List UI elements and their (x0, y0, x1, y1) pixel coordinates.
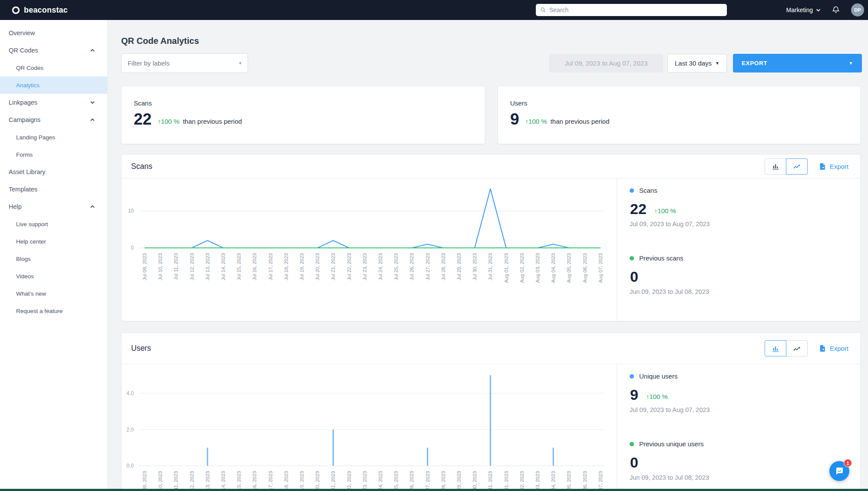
main-content: QR Code Analytics Filter by labels ▾ Jul… (108, 20, 868, 491)
chart-type-toggle-group (765, 340, 808, 356)
sidebar-item-help[interactable]: Help (0, 198, 107, 215)
sidebar-item-campaigns[interactable]: Campaigns (0, 111, 107, 129)
avatar[interactable]: DP (851, 3, 864, 16)
sidebar-item-label: Videos (16, 273, 95, 280)
sidebar-item-forms[interactable]: Forms (0, 146, 107, 163)
y-tick-label: 4.0 (126, 390, 134, 396)
sidebar-item-landing-pages[interactable]: Landing Pages (0, 129, 107, 146)
navbar-right-cluster: Marketing DP (786, 0, 864, 20)
x-tick-label: Jul 24, 2023 (378, 471, 383, 491)
legend-entry: Previous scans 0 Jun 09, 2023 to Jul 08,… (630, 254, 861, 295)
legend-value: 0 (630, 455, 638, 470)
date-preset-dropdown[interactable]: Last 30 days ▼ (667, 54, 727, 72)
series-scans (145, 189, 601, 248)
users-chart-header: Users (122, 333, 860, 364)
chevron-down-icon (816, 9, 821, 12)
sidebar-item-linkpages[interactable]: Linkpages (0, 94, 107, 111)
y-tick-label: 0 (131, 245, 134, 251)
sidebar-item-label: QR Codes (9, 47, 90, 54)
stat-suffix: than previous period (183, 118, 242, 127)
export-button[interactable]: EXPORT ▼ (733, 54, 862, 72)
export-link-label: Export (830, 163, 848, 170)
chevron-up-icon (90, 118, 95, 122)
brand[interactable]: beaconstac (11, 6, 68, 15)
scans-chart-card: Scans (121, 154, 861, 321)
sidebar-item-qr-codes[interactable]: QR Codes (0, 59, 107, 76)
page-title: QR Code Analytics (121, 36, 199, 46)
export-chart-link[interactable]: Export (819, 345, 848, 352)
legend-dot (630, 188, 634, 193)
x-tick-label: Jul 23, 2023 (362, 471, 367, 491)
bar-unique-users (427, 448, 428, 466)
stat-suffix: than previous period (551, 118, 610, 127)
users-chart-body: 0.02.04.0Jul 09, 2023Jul 10, 2023Jul 11,… (122, 364, 860, 491)
export-chart-link[interactable]: Export (819, 163, 848, 170)
chevron-up-icon (90, 205, 95, 208)
sidebar-item-blogs[interactable]: Blogs (0, 250, 107, 267)
filter-by-labels-select[interactable]: Filter by labels ▾ (121, 53, 248, 73)
x-tick-label: Jul 15, 2023 (236, 471, 241, 491)
sidebar-item-label: Help (9, 203, 90, 210)
sidebar-item-what-s-new[interactable]: What's new (0, 285, 107, 302)
sidebar-item-help-center[interactable]: Help center (0, 233, 107, 250)
x-tick-label: Jul 30, 2023 (472, 471, 477, 491)
sidebar-item-label: What's new (16, 290, 95, 297)
legend-name: Unique users (639, 372, 677, 380)
notifications-bell-icon[interactable] (832, 6, 840, 14)
x-tick-label: Jul 18, 2023 (284, 471, 289, 491)
sidebar-item-asset-library[interactable]: Asset Library (0, 163, 107, 181)
search-input[interactable] (549, 7, 723, 13)
bar-unique-users (553, 448, 554, 466)
legend-delta: ↑100 % (646, 393, 668, 402)
sidebar-item-templates[interactable]: Templates (0, 181, 107, 198)
chat-launcher[interactable]: 1 (829, 461, 849, 481)
x-tick-label: Jul 27, 2023 (425, 253, 430, 280)
x-tick-label: Jul 16, 2023 (252, 471, 257, 491)
sidebar-item-label: QR Codes (16, 65, 95, 71)
filter-placeholder: Filter by labels (128, 59, 239, 67)
sidebar-item-label: Overview (9, 30, 95, 36)
legend-period: Jul 09, 2023 to Aug 07, 2023 (630, 221, 861, 227)
line-chart-toggle[interactable] (786, 158, 808, 175)
bar-unique-users (490, 375, 491, 466)
sidebar-item-request-a-feature[interactable]: Request a feature (0, 302, 107, 320)
x-tick-label: Jul 12, 2023 (189, 471, 195, 491)
x-tick-label: Jul 24, 2023 (378, 253, 383, 280)
legend-name: Previous unique users (639, 440, 703, 448)
legend-name: Scans (639, 187, 657, 194)
caret-down-icon: ▼ (849, 61, 854, 66)
x-tick-label: Aug 02, 2023 (519, 253, 525, 283)
legend-period: Jul 09, 2023 to Aug 07, 2023 (630, 406, 861, 413)
sidebar-item-label: Request a feature (16, 308, 95, 314)
date-range-field[interactable]: Jul 09, 2023 to Aug 07, 2023 (549, 54, 663, 72)
sidebar-item-label: Asset Library (9, 168, 95, 175)
search-icon (540, 7, 546, 13)
sidebar-item-videos[interactable]: Videos (0, 267, 107, 285)
x-tick-label: Jul 31, 2023 (488, 253, 493, 280)
x-tick-label: Jul 25, 2023 (393, 253, 399, 280)
sidebar: OverviewQR CodesQR CodesAnalyticsLinkpag… (0, 20, 108, 491)
search-box[interactable] (536, 4, 727, 16)
sidebar-item-analytics[interactable]: Analytics (0, 76, 107, 94)
bar-chart-toggle[interactable] (765, 340, 786, 356)
line-chart-toggle[interactable] (786, 340, 808, 356)
bar-chart-toggle[interactable] (765, 158, 786, 175)
users-chart-card: Users (121, 333, 861, 491)
beaconstac-logo-icon (11, 6, 20, 15)
x-tick-label: Jul 29, 2023 (456, 253, 462, 280)
section-title: Scans (131, 162, 765, 171)
x-tick-label: Jul 16, 2023 (252, 253, 257, 280)
sidebar-item-label: Linkpages (9, 99, 90, 106)
stat-delta: ↑100 % (158, 118, 179, 127)
sidebar-item-live-support[interactable]: Live support (0, 215, 107, 233)
legend-dot (630, 374, 634, 379)
workspace-switcher[interactable]: Marketing (786, 7, 821, 13)
sidebar-item-overview[interactable]: Overview (0, 24, 107, 42)
users-stat-card: Users 9 ↑100 % than previous period (498, 86, 861, 144)
x-tick-label: Jul 12, 2023 (189, 253, 195, 280)
export-link-label: Export (830, 345, 848, 352)
sidebar-item-qr-codes[interactable]: QR Codes (0, 42, 107, 59)
x-tick-label: Jul 09, 2023 (142, 253, 147, 280)
date-preset-value: Last 30 days (675, 59, 712, 67)
x-tick-label: Jul 13, 2023 (205, 471, 210, 491)
